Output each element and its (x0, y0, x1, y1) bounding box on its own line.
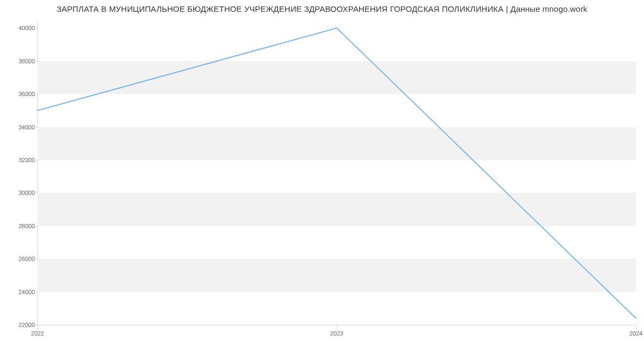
y-tick-mark (34, 160, 38, 161)
salary-line-chart: ЗАРПЛАТА В МУНИЦИПАЛЬНОЕ БЮДЖЕТНОЕ УЧРЕЖ… (0, 0, 644, 349)
y-tick-label: 34000 (3, 124, 35, 130)
y-tick-mark (34, 226, 38, 227)
plot-area (38, 21, 636, 325)
y-tick-label: 32000 (3, 157, 35, 163)
y-tick-label: 28000 (3, 223, 35, 229)
y-tick-mark (34, 259, 38, 259)
x-tick-label: 2023 (330, 330, 343, 337)
y-tick-label: 38000 (3, 58, 35, 64)
y-tick-label: 24000 (3, 289, 35, 295)
y-tick-mark (34, 28, 38, 28)
data-series (38, 21, 636, 325)
chart-title: ЗАРПЛАТА В МУНИЦИПАЛЬНОЕ БЮДЖЕТНОЕ УЧРЕЖ… (0, 4, 644, 13)
y-tick-label: 36000 (3, 91, 35, 97)
y-tick-mark (34, 193, 38, 193)
y-tick-label: 22000 (3, 322, 35, 328)
x-tick-label: 2024 (630, 330, 642, 337)
y-tick-label: 40000 (3, 25, 35, 31)
y-tick-mark (34, 94, 38, 94)
x-tick-mark (38, 325, 38, 329)
y-tick-mark (34, 61, 38, 62)
x-tick-mark (337, 325, 338, 329)
x-tick-label: 2022 (31, 330, 44, 337)
y-tick-label: 30000 (3, 190, 35, 196)
y-tick-mark (34, 292, 38, 293)
y-tick-label: 26000 (3, 256, 35, 262)
y-tick-mark (34, 127, 38, 128)
x-tick-mark (636, 325, 636, 329)
